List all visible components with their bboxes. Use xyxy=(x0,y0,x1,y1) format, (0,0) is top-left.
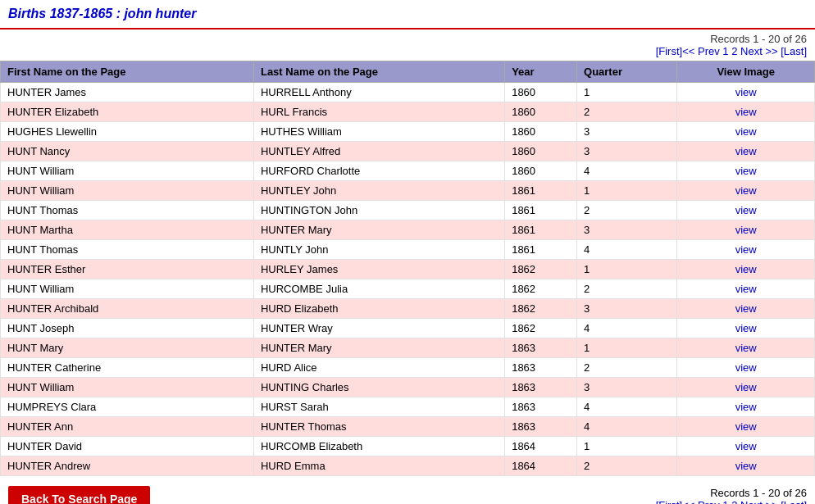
cell-year: 1863 xyxy=(505,358,577,378)
cell-first-name: HUNT William xyxy=(1,279,254,299)
cell-year: 1863 xyxy=(505,397,577,417)
view-link[interactable]: view xyxy=(735,125,757,138)
cell-last-name: HUNTER Thomas xyxy=(253,417,504,437)
table-row: HUNTER JamesHURRELL Anthony18601view xyxy=(1,83,815,102)
cell-view-image[interactable]: view xyxy=(677,142,815,161)
page2-link-bottom[interactable]: 2 xyxy=(731,499,737,504)
table-row: HUNTER DavidHURCOMB Elizabeth18641view xyxy=(1,437,815,456)
cell-quarter: 1 xyxy=(577,437,677,456)
cell-first-name: HUNT Thomas xyxy=(1,201,254,220)
cell-view-image[interactable]: view xyxy=(677,201,815,220)
view-link[interactable]: view xyxy=(735,381,757,393)
view-link[interactable]: view xyxy=(735,224,757,236)
last-link-bottom[interactable]: [Last] xyxy=(781,499,807,504)
col-header-first-name: First Name on the Page xyxy=(1,61,254,83)
view-link[interactable]: view xyxy=(735,361,757,374)
view-link[interactable]: view xyxy=(735,401,757,413)
view-link[interactable]: view xyxy=(735,243,757,256)
cell-last-name: HUNTLEY John xyxy=(253,181,504,201)
cell-last-name: HUNTER Mary xyxy=(253,220,504,240)
cell-view-image[interactable]: view xyxy=(677,83,815,102)
next-link-bottom[interactable]: Next >> xyxy=(740,499,778,504)
cell-first-name: HUNT Mary xyxy=(1,338,254,358)
view-link[interactable]: view xyxy=(735,145,757,157)
page1-link-bottom[interactable]: 1 xyxy=(722,499,728,504)
table-row: HUNTER CatherineHURD Alice18632view xyxy=(1,358,815,378)
table-row: HUNTER AndrewHURD Emma18642view xyxy=(1,456,815,476)
cell-last-name: HURD Emma xyxy=(253,456,504,476)
cell-view-image[interactable]: view xyxy=(677,378,815,397)
view-link[interactable]: view xyxy=(735,302,757,315)
cell-view-image[interactable]: view xyxy=(677,338,815,358)
back-to-search-button[interactable]: Back To Search Page xyxy=(8,486,150,504)
view-link[interactable]: view xyxy=(735,204,757,216)
cell-view-image[interactable]: view xyxy=(677,122,815,142)
cell-view-image[interactable]: view xyxy=(677,102,815,122)
cell-view-image[interactable]: view xyxy=(677,279,815,299)
cell-quarter: 2 xyxy=(577,201,677,220)
view-link[interactable]: view xyxy=(735,460,757,472)
view-link[interactable]: view xyxy=(735,322,757,334)
col-header-year: Year xyxy=(505,61,577,83)
view-link[interactable]: view xyxy=(735,283,757,295)
cell-year: 1861 xyxy=(505,240,577,260)
cell-view-image[interactable]: view xyxy=(677,397,815,417)
view-link[interactable]: view xyxy=(735,106,757,118)
cell-first-name: HUNTER Elizabeth xyxy=(1,102,254,122)
cell-quarter: 3 xyxy=(577,142,677,161)
last-link-top[interactable]: [Last] xyxy=(781,45,807,57)
view-link[interactable]: view xyxy=(735,342,757,354)
cell-last-name: HURCOMB Elizabeth xyxy=(253,437,504,456)
cell-last-name: HUNTLY John xyxy=(253,240,504,260)
cell-view-image[interactable]: view xyxy=(677,299,815,319)
cell-last-name: HUNTINGTON John xyxy=(253,201,504,220)
cell-last-name: HURD Alice xyxy=(253,358,504,378)
cell-year: 1861 xyxy=(505,220,577,240)
cell-quarter: 3 xyxy=(577,122,677,142)
view-link[interactable]: view xyxy=(735,184,757,197)
cell-view-image[interactable]: view xyxy=(677,319,815,338)
cell-view-image[interactable]: view xyxy=(677,437,815,456)
cell-quarter: 4 xyxy=(577,417,677,437)
cell-last-name: HUNTLEY Alfred xyxy=(253,142,504,161)
cell-view-image[interactable]: view xyxy=(677,220,815,240)
prev-link-bottom[interactable]: Prev xyxy=(698,499,720,504)
cell-last-name: HURCOMBE Julia xyxy=(253,279,504,299)
cell-year: 1863 xyxy=(505,338,577,358)
cell-view-image[interactable]: view xyxy=(677,161,815,181)
cell-first-name: HUNTER Andrew xyxy=(1,456,254,476)
view-link[interactable]: view xyxy=(735,165,757,177)
cell-quarter: 4 xyxy=(577,397,677,417)
page1-link-top[interactable]: 1 xyxy=(722,45,728,57)
cell-view-image[interactable]: view xyxy=(677,358,815,378)
next-link-top[interactable]: Next >> xyxy=(740,45,778,57)
cell-first-name: HUNTER Esther xyxy=(1,260,254,279)
view-link[interactable]: view xyxy=(735,86,757,98)
view-link[interactable]: view xyxy=(735,263,757,275)
page2-link-top[interactable]: 2 xyxy=(731,45,737,57)
view-link[interactable]: view xyxy=(735,420,757,433)
cell-first-name: HUNTER James xyxy=(1,83,254,102)
bottom-bar: Back To Search Page Records 1 - 20 of 26… xyxy=(0,479,815,504)
prev-link-top[interactable]: Prev xyxy=(698,45,720,57)
cell-quarter: 4 xyxy=(577,161,677,181)
cell-view-image[interactable]: view xyxy=(677,456,815,476)
cell-first-name: HUMPREYS Clara xyxy=(1,397,254,417)
first-link-bottom[interactable]: [First]<< xyxy=(656,499,695,504)
pagination-bottom: Records 1 - 20 of 26 [First]<< Prev 1 2 … xyxy=(656,487,807,504)
cell-view-image[interactable]: view xyxy=(677,181,815,201)
cell-year: 1861 xyxy=(505,201,577,220)
table-row: HUNT ThomasHUNTLY John18614view xyxy=(1,240,815,260)
cell-view-image[interactable]: view xyxy=(677,240,815,260)
cell-view-image[interactable]: view xyxy=(677,260,815,279)
cell-view-image[interactable]: view xyxy=(677,417,815,437)
cell-quarter: 1 xyxy=(577,181,677,201)
cell-first-name: HUNTER David xyxy=(1,437,254,456)
view-link[interactable]: view xyxy=(735,440,757,452)
first-link-top[interactable]: [First]<< xyxy=(656,45,695,57)
cell-year: 1862 xyxy=(505,319,577,338)
table-header-row: First Name on the Page Last Name on the … xyxy=(1,61,815,83)
cell-year: 1863 xyxy=(505,378,577,397)
cell-first-name: HUNTER Ann xyxy=(1,417,254,437)
cell-first-name: HUNT Joseph xyxy=(1,319,254,338)
